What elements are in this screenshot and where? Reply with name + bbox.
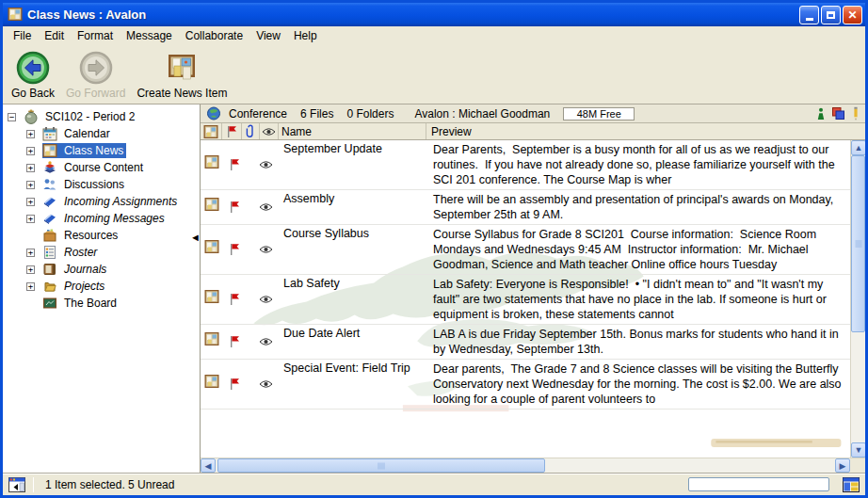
sidebar-item-label: SCI102 - Period 2 (42, 109, 137, 124)
bulletin-board-icon (204, 154, 219, 169)
sidebar-item-course-content[interactable]: +Course Content (3, 159, 200, 176)
column-preview[interactable]: Preview (426, 123, 865, 139)
menu-edit[interactable]: Edit (38, 27, 71, 44)
bulletin-board-icon (42, 143, 57, 158)
pencil-icon[interactable] (852, 106, 860, 120)
globe-icon (206, 106, 221, 120)
column-item-icon[interactable] (201, 123, 222, 139)
row-icons (201, 140, 281, 189)
create-news-item-button[interactable]: Create News Item (134, 49, 230, 101)
scroll-left-icon[interactable]: ◀ (201, 458, 216, 473)
status-text: 1 Item selected. 5 Unread (45, 478, 174, 491)
sidebar-item-label: Incoming Messages (61, 211, 168, 226)
row-icons (201, 275, 281, 324)
sidebar-item-class-news[interactable]: +Class News (3, 142, 200, 159)
layers-icon[interactable] (831, 106, 845, 120)
news-item-preview: There will be an assembly and presentati… (428, 190, 850, 224)
eye-icon (259, 337, 273, 346)
flag-icon (229, 201, 240, 214)
news-item-row-september-update[interactable]: September UpdateDear Parents, September … (201, 140, 850, 190)
journal-icon (42, 262, 57, 277)
sidebar-item-label: Discussions (61, 177, 127, 192)
scroll-up-icon[interactable]: ▲ (851, 140, 865, 155)
close-button[interactable]: ✕ (843, 6, 862, 24)
horizontal-scroll-thumb[interactable] (217, 458, 545, 473)
scroll-right-icon[interactable]: ▶ (835, 458, 850, 473)
go-forward-button[interactable]: Go Forward (63, 49, 128, 101)
news-item-row-due-date-alert[interactable]: Due Date AlertLAB A is due Friday Septem… (201, 325, 850, 360)
sidebar-item-resources[interactable]: Resources (3, 227, 200, 244)
sidebar-item-roster[interactable]: +Roster (3, 244, 200, 261)
expand-toggle-icon[interactable]: + (26, 147, 35, 155)
vertical-scrollbar[interactable]: ▲ ▼ (850, 140, 865, 458)
news-item-row-special-event-field-trip[interactable]: Special Event: Field TripDear parents, T… (201, 360, 850, 410)
sidebar-item-sci102-period-2[interactable]: −SCI102 - Period 2 (3, 108, 200, 125)
person-icon[interactable] (817, 107, 825, 120)
expand-toggle-icon[interactable]: + (26, 181, 35, 189)
news-item-row-assembly[interactable]: AssemblyThere will be an assembly and pr… (201, 190, 850, 225)
free-space-indicator: 48M Free (563, 107, 635, 120)
expand-toggle-icon[interactable]: + (26, 215, 35, 223)
chalkboard-icon (42, 296, 57, 311)
expand-toggle-icon[interactable]: + (26, 164, 35, 172)
collapse-toggle-icon[interactable]: − (8, 113, 16, 121)
menu-file[interactable]: File (7, 27, 38, 44)
news-item-name[interactable]: Due Date Alert (281, 325, 428, 359)
sidebar-item-incoming-messages[interactable]: +Incoming Messages (3, 210, 200, 227)
folders-count: 0 Folders (346, 107, 394, 120)
vertical-scroll-thumb[interactable] (851, 155, 865, 332)
expand-toggle-icon[interactable]: + (26, 198, 35, 206)
expand-toggle-icon[interactable]: + (26, 130, 35, 138)
sidebar-item-label: Class News (61, 143, 126, 158)
menu-message[interactable]: Message (120, 27, 179, 44)
column-attachment[interactable] (242, 123, 260, 139)
menu-collaborate[interactable]: Collaborate (179, 27, 249, 44)
roster-icon (42, 245, 57, 260)
sidebar-item-label: Calendar (61, 126, 113, 141)
app-window: Class News : Avalon ✕ FileEditFormatMess… (0, 0, 868, 498)
news-item-name[interactable]: Lab Safety (281, 275, 428, 324)
news-item-name[interactable]: Assembly (281, 190, 428, 224)
bulletin-board-icon (204, 289, 219, 304)
status-progress-field (688, 477, 829, 491)
column-read-status[interactable] (260, 123, 279, 139)
news-item-row-course-syllabus[interactable]: Course SyllabusCourse Syllabus for Grade… (201, 225, 850, 275)
go-back-button[interactable]: Go Back (8, 49, 57, 101)
calendar-icon (42, 126, 57, 141)
sidebar-item-discussions[interactable]: +Discussions (3, 176, 200, 193)
flask-icon (24, 109, 39, 124)
column-name[interactable]: Name (279, 123, 426, 139)
news-item-name[interactable]: Course Syllabus (281, 225, 428, 274)
news-item-name[interactable]: Special Event: Field Trip (281, 360, 428, 409)
expand-toggle-icon[interactable]: + (26, 282, 35, 291)
news-item-preview: Dear Parents, September is a busy month … (428, 140, 850, 189)
sidebar-item-projects[interactable]: +Projects (3, 278, 200, 295)
column-flag[interactable] (222, 123, 242, 139)
horizontal-scroll-track[interactable] (545, 458, 835, 473)
sidebar-item-incoming-assignments[interactable]: +Incoming Assignments (3, 193, 200, 210)
sidebar-item-label: Incoming Assignments (61, 194, 180, 209)
window-list-icon[interactable] (8, 477, 25, 492)
horizontal-scrollbar[interactable]: ◀ ▶ (201, 458, 865, 473)
eye-icon (259, 379, 273, 389)
expand-toggle-icon[interactable]: + (26, 249, 35, 257)
menu-help[interactable]: Help (287, 27, 324, 44)
scroll-down-icon[interactable]: ▼ (851, 442, 865, 458)
row-icons (201, 225, 281, 274)
expand-toggle-icon[interactable]: + (26, 265, 35, 274)
window-title: Class News : Avalon (27, 8, 797, 22)
maximize-button[interactable] (821, 6, 841, 24)
tray-window-icon[interactable] (843, 477, 860, 492)
news-list-area: September UpdateDear Parents, September … (201, 140, 865, 458)
menu-view[interactable]: View (249, 27, 287, 44)
news-item-preview: LAB A is due Friday September 15th. Bonu… (428, 325, 850, 359)
menu-format[interactable]: Format (71, 27, 120, 44)
sidebar-item-calendar[interactable]: +Calendar (3, 125, 200, 142)
sidebar-item-the-board[interactable]: The Board (3, 295, 200, 312)
news-item-name[interactable]: September Update (281, 140, 428, 189)
sidebar-item-journals[interactable]: +Journals (3, 261, 200, 278)
splitter-collapse-arrow[interactable]: ◄ (190, 233, 201, 243)
minimize-button[interactable] (799, 6, 819, 24)
news-item-row-lab-safety[interactable]: Lab SafetyLab Safety: Everyone is Respon… (201, 275, 850, 325)
status-bar: 1 Item selected. 5 Unread (3, 473, 865, 495)
